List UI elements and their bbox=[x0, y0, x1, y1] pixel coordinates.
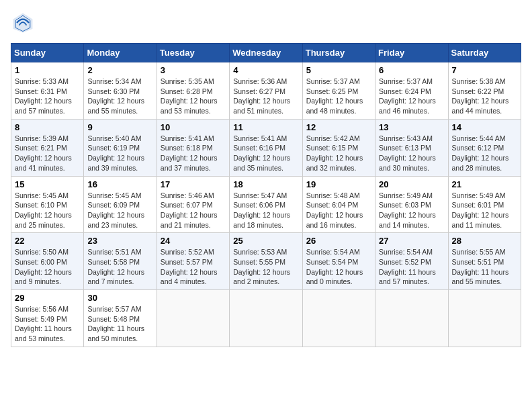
calendar-cell: 1Sunrise: 5:33 AMSunset: 6:31 PMDaylight… bbox=[11, 62, 84, 120]
day-info: Sunrise: 5:46 AMSunset: 6:07 PMDaylight:… bbox=[161, 191, 226, 230]
day-number: 8 bbox=[15, 122, 80, 132]
day-number: 6 bbox=[379, 65, 444, 75]
day-info: Sunrise: 5:34 AMSunset: 6:30 PMDaylight:… bbox=[87, 77, 152, 116]
day-info: Sunrise: 5:47 AMSunset: 6:06 PMDaylight:… bbox=[233, 191, 298, 230]
calendar-cell: 28Sunrise: 5:55 AMSunset: 5:51 PMDayligh… bbox=[448, 233, 521, 290]
day-number: 4 bbox=[233, 65, 298, 75]
day-info: Sunrise: 5:54 AMSunset: 5:54 PMDaylight:… bbox=[306, 247, 371, 287]
day-number: 17 bbox=[161, 179, 226, 189]
calendar-week-5: 29Sunrise: 5:56 AMSunset: 5:49 PMDayligh… bbox=[11, 290, 521, 347]
day-number: 23 bbox=[87, 236, 152, 246]
calendar-cell: 19Sunrise: 5:48 AMSunset: 6:04 PMDayligh… bbox=[302, 176, 375, 233]
day-number: 25 bbox=[233, 236, 298, 246]
day-number: 20 bbox=[379, 179, 444, 189]
calendar-cell: 10Sunrise: 5:41 AMSunset: 6:18 PMDayligh… bbox=[157, 119, 229, 176]
calendar-cell: 22Sunrise: 5:50 AMSunset: 6:00 PMDayligh… bbox=[11, 233, 84, 290]
calendar-cell: 4Sunrise: 5:36 AMSunset: 6:27 PMDaylight… bbox=[230, 62, 302, 120]
logo bbox=[11, 11, 38, 35]
calendar-table: SundayMondayTuesdayWednesdayThursdayFrid… bbox=[11, 43, 521, 347]
calendar-cell: 2Sunrise: 5:34 AMSunset: 6:30 PMDaylight… bbox=[84, 62, 157, 120]
calendar-cell: 21Sunrise: 5:49 AMSunset: 6:01 PMDayligh… bbox=[448, 176, 521, 233]
day-number: 30 bbox=[87, 293, 152, 303]
calendar-cell: 24Sunrise: 5:52 AMSunset: 5:57 PMDayligh… bbox=[157, 233, 229, 290]
day-info: Sunrise: 5:36 AMSunset: 6:27 PMDaylight:… bbox=[233, 77, 298, 116]
calendar-header-friday: Friday bbox=[375, 44, 448, 62]
day-info: Sunrise: 5:41 AMSunset: 6:18 PMDaylight:… bbox=[161, 134, 226, 173]
calendar-cell: 23Sunrise: 5:51 AMSunset: 5:58 PMDayligh… bbox=[84, 233, 157, 290]
day-info: Sunrise: 5:41 AMSunset: 6:16 PMDaylight:… bbox=[233, 134, 298, 173]
day-number: 5 bbox=[306, 65, 371, 75]
calendar-cell: 8Sunrise: 5:39 AMSunset: 6:21 PMDaylight… bbox=[11, 119, 84, 176]
calendar-header-wednesday: Wednesday bbox=[230, 44, 302, 62]
day-number: 28 bbox=[452, 236, 517, 246]
calendar-header-saturday: Saturday bbox=[448, 44, 521, 62]
calendar-cell: 13Sunrise: 5:43 AMSunset: 6:13 PMDayligh… bbox=[375, 119, 448, 176]
day-number: 13 bbox=[379, 122, 444, 132]
day-number: 21 bbox=[452, 179, 517, 189]
calendar-cell: 25Sunrise: 5:53 AMSunset: 5:55 PMDayligh… bbox=[230, 233, 302, 290]
calendar-cell: 17Sunrise: 5:46 AMSunset: 6:07 PMDayligh… bbox=[157, 176, 229, 233]
calendar-cell bbox=[230, 290, 302, 347]
day-info: Sunrise: 5:48 AMSunset: 6:04 PMDaylight:… bbox=[306, 191, 371, 230]
day-number: 18 bbox=[233, 179, 298, 189]
calendar-header-row: SundayMondayTuesdayWednesdayThursdayFrid… bbox=[11, 44, 521, 62]
logo-icon bbox=[11, 11, 35, 35]
day-info: Sunrise: 5:33 AMSunset: 6:31 PMDaylight:… bbox=[15, 77, 80, 116]
day-number: 29 bbox=[15, 293, 80, 303]
calendar-cell: 7Sunrise: 5:38 AMSunset: 6:22 PMDaylight… bbox=[448, 62, 521, 120]
page-header bbox=[11, 11, 521, 35]
calendar-cell: 5Sunrise: 5:37 AMSunset: 6:25 PMDaylight… bbox=[302, 62, 375, 120]
day-info: Sunrise: 5:50 AMSunset: 6:00 PMDaylight:… bbox=[15, 247, 80, 287]
day-number: 19 bbox=[306, 179, 371, 189]
day-info: Sunrise: 5:40 AMSunset: 6:19 PMDaylight:… bbox=[87, 134, 152, 173]
calendar-week-2: 8Sunrise: 5:39 AMSunset: 6:21 PMDaylight… bbox=[11, 119, 521, 176]
day-number: 2 bbox=[87, 65, 152, 75]
calendar-cell: 6Sunrise: 5:37 AMSunset: 6:24 PMDaylight… bbox=[375, 62, 448, 120]
day-number: 27 bbox=[379, 236, 444, 246]
day-info: Sunrise: 5:39 AMSunset: 6:21 PMDaylight:… bbox=[15, 134, 80, 173]
day-number: 15 bbox=[15, 179, 80, 189]
calendar-cell: 3Sunrise: 5:35 AMSunset: 6:28 PMDaylight… bbox=[157, 62, 229, 120]
day-number: 11 bbox=[233, 122, 298, 132]
day-number: 14 bbox=[452, 122, 517, 132]
calendar-cell bbox=[302, 290, 375, 347]
day-number: 10 bbox=[161, 122, 226, 132]
day-info: Sunrise: 5:38 AMSunset: 6:22 PMDaylight:… bbox=[452, 77, 517, 116]
day-number: 22 bbox=[15, 236, 80, 246]
calendar-cell: 18Sunrise: 5:47 AMSunset: 6:06 PMDayligh… bbox=[230, 176, 302, 233]
calendar-header-sunday: Sunday bbox=[11, 44, 84, 62]
calendar-header-thursday: Thursday bbox=[302, 44, 375, 62]
day-info: Sunrise: 5:57 AMSunset: 5:48 PMDaylight:… bbox=[87, 304, 152, 344]
calendar-cell: 12Sunrise: 5:42 AMSunset: 6:15 PMDayligh… bbox=[302, 119, 375, 176]
calendar-cell: 27Sunrise: 5:54 AMSunset: 5:52 PMDayligh… bbox=[375, 233, 448, 290]
day-info: Sunrise: 5:55 AMSunset: 5:51 PMDaylight:… bbox=[452, 247, 517, 287]
calendar-cell: 9Sunrise: 5:40 AMSunset: 6:19 PMDaylight… bbox=[84, 119, 157, 176]
calendar-cell: 16Sunrise: 5:45 AMSunset: 6:09 PMDayligh… bbox=[84, 176, 157, 233]
day-info: Sunrise: 5:54 AMSunset: 5:52 PMDaylight:… bbox=[379, 247, 444, 287]
calendar-week-4: 22Sunrise: 5:50 AMSunset: 6:00 PMDayligh… bbox=[11, 233, 521, 290]
day-number: 1 bbox=[15, 65, 80, 75]
day-info: Sunrise: 5:49 AMSunset: 6:01 PMDaylight:… bbox=[452, 191, 517, 230]
day-info: Sunrise: 5:56 AMSunset: 5:49 PMDaylight:… bbox=[15, 304, 80, 344]
calendar-cell: 15Sunrise: 5:45 AMSunset: 6:10 PMDayligh… bbox=[11, 176, 84, 233]
calendar-cell: 29Sunrise: 5:56 AMSunset: 5:49 PMDayligh… bbox=[11, 290, 84, 347]
calendar-cell: 14Sunrise: 5:44 AMSunset: 6:12 PMDayligh… bbox=[448, 119, 521, 176]
day-info: Sunrise: 5:52 AMSunset: 5:57 PMDaylight:… bbox=[161, 247, 226, 287]
calendar-header-tuesday: Tuesday bbox=[157, 44, 229, 62]
calendar-cell: 30Sunrise: 5:57 AMSunset: 5:48 PMDayligh… bbox=[84, 290, 157, 347]
day-info: Sunrise: 5:42 AMSunset: 6:15 PMDaylight:… bbox=[306, 134, 371, 173]
day-number: 16 bbox=[87, 179, 152, 189]
day-info: Sunrise: 5:43 AMSunset: 6:13 PMDaylight:… bbox=[379, 134, 444, 173]
day-info: Sunrise: 5:44 AMSunset: 6:12 PMDaylight:… bbox=[452, 134, 517, 173]
calendar-cell bbox=[157, 290, 229, 347]
day-info: Sunrise: 5:53 AMSunset: 5:55 PMDaylight:… bbox=[233, 247, 298, 287]
day-number: 9 bbox=[87, 122, 152, 132]
day-number: 12 bbox=[306, 122, 371, 132]
day-number: 26 bbox=[306, 236, 371, 246]
calendar-cell: 26Sunrise: 5:54 AMSunset: 5:54 PMDayligh… bbox=[302, 233, 375, 290]
day-info: Sunrise: 5:45 AMSunset: 6:09 PMDaylight:… bbox=[87, 191, 152, 230]
calendar-cell bbox=[375, 290, 448, 347]
day-info: Sunrise: 5:37 AMSunset: 6:25 PMDaylight:… bbox=[306, 77, 371, 116]
calendar-week-3: 15Sunrise: 5:45 AMSunset: 6:10 PMDayligh… bbox=[11, 176, 521, 233]
calendar-cell bbox=[448, 290, 521, 347]
